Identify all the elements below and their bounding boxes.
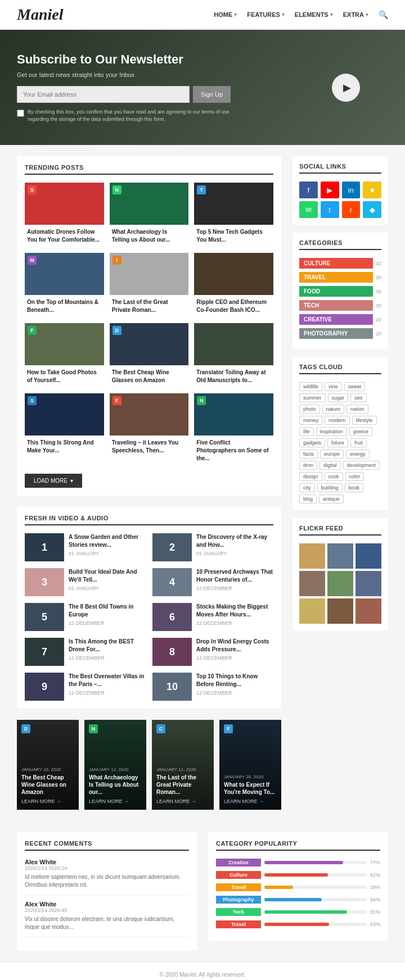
category-list-item[interactable]: PHOTOGRAPHY20 [299, 328, 381, 339]
featured-card[interactable]: C JANUARY 11, 2020 The Last of the Great… [152, 720, 214, 810]
tag[interactable]: design [299, 472, 322, 481]
tag[interactable]: lifestyle [352, 416, 377, 425]
nav-extra[interactable]: EXTRA▾ [343, 11, 368, 18]
tag[interactable]: wildlife [299, 382, 322, 391]
flickr-thumb[interactable] [356, 598, 381, 624]
social-button[interactable]: ✉ [299, 201, 318, 218]
video-item[interactable]: 6 Stocks Making the Biggest Moves After … [152, 603, 273, 631]
feat-learn-more[interactable]: LEARN MORE → [224, 798, 277, 804]
trending-post-card[interactable]: N What Archaeology Is Telling us About o… [110, 183, 189, 247]
featured-card[interactable]: D JANUARY 16, 2020 The Best Cheap Wine G… [17, 720, 79, 810]
tag[interactable]: greece [349, 427, 373, 436]
flickr-thumb[interactable] [327, 598, 353, 624]
logo[interactable]: Maniel [17, 6, 63, 24]
trending-post-card[interactable]: D The Best Cheap Wine Glasses on Amazon [110, 323, 189, 388]
video-item[interactable]: 7 Is This Among the BEST Drone For... 12… [25, 638, 146, 666]
tag[interactable]: facts [299, 450, 318, 459]
category-list-item[interactable]: CULTURE42 [299, 258, 381, 269]
video-item[interactable]: 5 The 8 Best Old Towns in Europe 12 DECE… [25, 603, 146, 631]
video-item[interactable]: 8 Drop In Wind Energy Costs Adds Pressur… [152, 638, 273, 666]
comment-text: Id meliore sapientem nec, in vix dicunt … [25, 873, 189, 889]
feat-learn-more[interactable]: LEARN MORE → [89, 798, 142, 804]
trending-post-card[interactable]: I The Last of the Great Private Roman... [110, 253, 189, 317]
tag[interactable]: summer [299, 393, 326, 402]
tag[interactable]: future [327, 438, 348, 447]
tag[interactable]: life [299, 427, 314, 436]
trending-post-card[interactable]: Translator Toiling Away at Old Manuscrip… [194, 323, 273, 388]
flickr-thumb[interactable] [327, 571, 353, 596]
tag[interactable]: modern [325, 416, 350, 425]
trending-post-card[interactable]: T Top 5 New Tech Gadgets You Must... [194, 183, 273, 247]
tag[interactable]: europe [320, 450, 344, 459]
tag[interactable]: dron [299, 461, 317, 470]
video-item[interactable]: 9 The Best Overwater Villas in the Paris… [25, 673, 146, 701]
category-list-item[interactable]: TECH30 [299, 300, 381, 311]
social-button[interactable]: t [321, 201, 339, 218]
video-item[interactable]: 10 Top 10 Things to Know Before Renting.… [152, 673, 273, 701]
social-button[interactable]: in [342, 182, 361, 198]
tag[interactable]: building [317, 483, 343, 492]
social-button[interactable]: ◆ [363, 201, 381, 218]
cat-bar-fill [264, 923, 329, 926]
nav-home[interactable]: HOME▾ [214, 11, 237, 18]
video-item[interactable]: 4 10 Preserved Archways That Honor Centu… [152, 568, 273, 596]
social-button[interactable]: ▶ [321, 182, 339, 198]
trending-post-card[interactable]: N Five Conflict Photographers on Some of… [194, 393, 273, 466]
tag[interactable]: cook [325, 472, 343, 481]
terms-checkbox[interactable] [17, 110, 24, 117]
tag[interactable]: fruit [350, 438, 367, 447]
tag[interactable]: nation [346, 405, 368, 414]
cat-bar-label: Tech [216, 908, 261, 916]
featured-card[interactable]: F JANUARY 26, 2020 What to Expect If You… [219, 720, 281, 810]
video-item[interactable]: 1 A Snow Garden and Other Stories review… [25, 533, 146, 561]
tag[interactable]: energy [346, 450, 370, 459]
social-button[interactable]: ★ [363, 182, 381, 198]
flickr-thumb[interactable] [327, 543, 353, 569]
flickr-thumb[interactable] [299, 543, 325, 569]
video-item[interactable]: 3 Build Your Ideal Date And We'll Tell..… [25, 568, 146, 596]
trending-post-card[interactable]: S Automatic Drones Follow You for Your C… [25, 183, 104, 247]
trending-post-card[interactable]: M On the Top of Mountains & Beneath... [25, 253, 104, 317]
tag[interactable]: vine [325, 382, 342, 391]
flickr-thumb[interactable] [356, 543, 381, 569]
trending-post-card[interactable]: Ripple CEO and Ethereum Co-Founder Bash … [194, 253, 273, 317]
tag[interactable]: gadgets [299, 438, 325, 447]
featured-card[interactable]: N JANUARY 12, 2020 What Archaeology Is T… [84, 720, 146, 810]
social-button[interactable]: r [342, 201, 361, 218]
tag[interactable]: digital [320, 461, 341, 470]
tag[interactable]: seo [350, 393, 367, 402]
trending-post-card[interactable]: F How to Take Good Photos of Yourself... [25, 323, 104, 388]
feat-learn-more[interactable]: LEARN MORE → [21, 798, 74, 804]
tag[interactable]: book [345, 483, 364, 492]
email-input[interactable] [17, 86, 190, 103]
tag[interactable]: nature [322, 405, 345, 414]
nav-elements[interactable]: ELEMENTS▾ [295, 11, 333, 18]
tag[interactable]: development [343, 461, 380, 470]
category-list-item[interactable]: FOOD36 [299, 286, 381, 297]
flickr-thumb[interactable] [299, 571, 325, 596]
tag[interactable]: money [299, 416, 322, 425]
tag[interactable]: blog [299, 494, 317, 503]
tag[interactable]: sweet [344, 382, 366, 391]
trending-post-card[interactable]: F Traveling – it Leaves You Speechless, … [110, 393, 189, 466]
trending-post-card[interactable]: S This Thing Is Strong And Make Your... [25, 393, 104, 466]
flickr-thumb[interactable] [299, 598, 325, 624]
play-button[interactable] [332, 74, 360, 102]
search-icon[interactable]: 🔍 [379, 10, 388, 19]
video-item[interactable]: 2 The Discovery of the X-ray and How... … [152, 533, 273, 561]
social-button[interactable]: f [299, 182, 318, 198]
tag[interactable]: photo [299, 405, 320, 414]
signup-button[interactable]: Sign Up [193, 86, 231, 103]
category-list-item[interactable]: CREATIVE20 [299, 314, 381, 325]
flickr-thumb[interactable] [356, 571, 381, 596]
tag[interactable]: color [345, 472, 364, 481]
load-more-button[interactable]: LOAD MORE ▾ [25, 474, 82, 488]
footer: © 2020 Maniel. All rights reserved. [0, 962, 405, 980]
category-list-item[interactable]: TRAVEL30 [299, 272, 381, 283]
tag[interactable]: sugar [328, 393, 349, 402]
feat-learn-more[interactable]: LEARN MORE → [156, 798, 209, 804]
tag[interactable]: city [299, 483, 315, 492]
tag[interactable]: inspiration [316, 427, 347, 436]
tag[interactable]: antique [319, 494, 344, 503]
nav-features[interactable]: FEATURES▾ [247, 11, 284, 18]
